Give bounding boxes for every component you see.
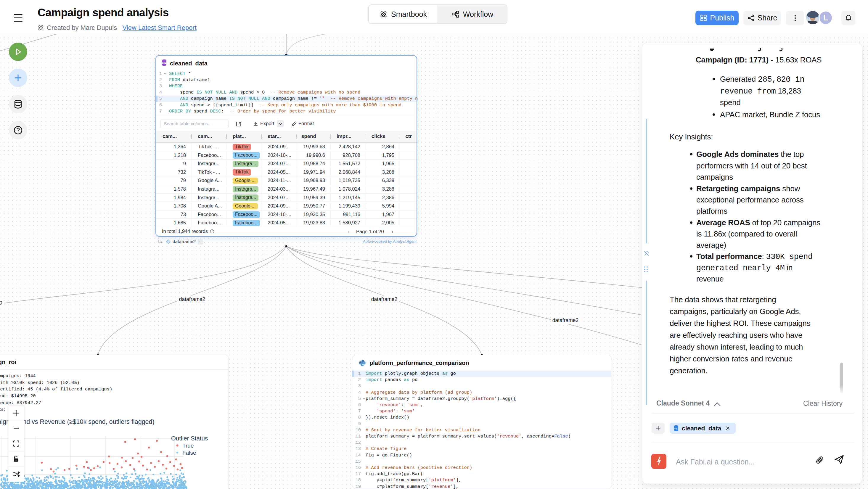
svg-text:SQL: SQL <box>162 62 166 64</box>
svg-text:SQL: SQL <box>674 427 678 429</box>
